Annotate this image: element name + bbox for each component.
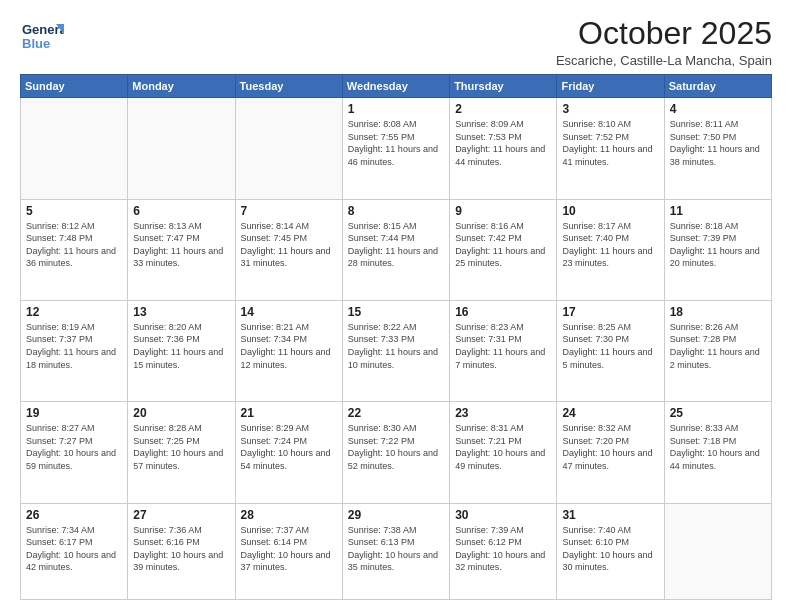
day-number: 28 bbox=[241, 508, 337, 522]
calendar-day-13: 13Sunrise: 8:20 AM Sunset: 7:36 PM Dayli… bbox=[128, 300, 235, 401]
logo: General Blue bbox=[20, 16, 64, 64]
day-info: Sunrise: 8:12 AM Sunset: 7:48 PM Dayligh… bbox=[26, 220, 122, 270]
calendar-day-24: 24Sunrise: 8:32 AM Sunset: 7:20 PM Dayli… bbox=[557, 402, 664, 503]
day-info: Sunrise: 8:14 AM Sunset: 7:45 PM Dayligh… bbox=[241, 220, 337, 270]
day-number: 2 bbox=[455, 102, 551, 116]
day-number: 29 bbox=[348, 508, 444, 522]
calendar-week-1: 5Sunrise: 8:12 AM Sunset: 7:48 PM Daylig… bbox=[21, 199, 772, 300]
day-number: 5 bbox=[26, 204, 122, 218]
calendar-day-22: 22Sunrise: 8:30 AM Sunset: 7:22 PM Dayli… bbox=[342, 402, 449, 503]
day-info: Sunrise: 7:34 AM Sunset: 6:17 PM Dayligh… bbox=[26, 524, 122, 574]
calendar-week-2: 12Sunrise: 8:19 AM Sunset: 7:37 PM Dayli… bbox=[21, 300, 772, 401]
day-info: Sunrise: 8:15 AM Sunset: 7:44 PM Dayligh… bbox=[348, 220, 444, 270]
calendar-day-8: 8Sunrise: 8:15 AM Sunset: 7:44 PM Daylig… bbox=[342, 199, 449, 300]
day-info: Sunrise: 8:17 AM Sunset: 7:40 PM Dayligh… bbox=[562, 220, 658, 270]
calendar-day-19: 19Sunrise: 8:27 AM Sunset: 7:27 PM Dayli… bbox=[21, 402, 128, 503]
calendar-week-0: 1Sunrise: 8:08 AM Sunset: 7:55 PM Daylig… bbox=[21, 98, 772, 199]
day-number: 1 bbox=[348, 102, 444, 116]
day-info: Sunrise: 8:25 AM Sunset: 7:30 PM Dayligh… bbox=[562, 321, 658, 371]
calendar-day-23: 23Sunrise: 8:31 AM Sunset: 7:21 PM Dayli… bbox=[450, 402, 557, 503]
day-number: 30 bbox=[455, 508, 551, 522]
weekday-wednesday: Wednesday bbox=[342, 75, 449, 98]
day-number: 3 bbox=[562, 102, 658, 116]
calendar-day-3: 3Sunrise: 8:10 AM Sunset: 7:52 PM Daylig… bbox=[557, 98, 664, 199]
weekday-thursday: Thursday bbox=[450, 75, 557, 98]
day-number: 24 bbox=[562, 406, 658, 420]
day-number: 12 bbox=[26, 305, 122, 319]
calendar-day-5: 5Sunrise: 8:12 AM Sunset: 7:48 PM Daylig… bbox=[21, 199, 128, 300]
calendar-week-3: 19Sunrise: 8:27 AM Sunset: 7:27 PM Dayli… bbox=[21, 402, 772, 503]
day-info: Sunrise: 8:13 AM Sunset: 7:47 PM Dayligh… bbox=[133, 220, 229, 270]
weekday-sunday: Sunday bbox=[21, 75, 128, 98]
day-info: Sunrise: 8:10 AM Sunset: 7:52 PM Dayligh… bbox=[562, 118, 658, 168]
calendar-empty-cell bbox=[664, 503, 771, 599]
calendar-day-7: 7Sunrise: 8:14 AM Sunset: 7:45 PM Daylig… bbox=[235, 199, 342, 300]
day-info: Sunrise: 7:40 AM Sunset: 6:10 PM Dayligh… bbox=[562, 524, 658, 574]
calendar-table: SundayMondayTuesdayWednesdayThursdayFrid… bbox=[20, 74, 772, 600]
weekday-tuesday: Tuesday bbox=[235, 75, 342, 98]
calendar-day-20: 20Sunrise: 8:28 AM Sunset: 7:25 PM Dayli… bbox=[128, 402, 235, 503]
day-info: Sunrise: 8:33 AM Sunset: 7:18 PM Dayligh… bbox=[670, 422, 766, 472]
calendar-day-30: 30Sunrise: 7:39 AM Sunset: 6:12 PM Dayli… bbox=[450, 503, 557, 599]
day-info: Sunrise: 8:31 AM Sunset: 7:21 PM Dayligh… bbox=[455, 422, 551, 472]
calendar-day-15: 15Sunrise: 8:22 AM Sunset: 7:33 PM Dayli… bbox=[342, 300, 449, 401]
calendar-day-18: 18Sunrise: 8:26 AM Sunset: 7:28 PM Dayli… bbox=[664, 300, 771, 401]
day-number: 21 bbox=[241, 406, 337, 420]
calendar-day-10: 10Sunrise: 8:17 AM Sunset: 7:40 PM Dayli… bbox=[557, 199, 664, 300]
calendar-day-26: 26Sunrise: 7:34 AM Sunset: 6:17 PM Dayli… bbox=[21, 503, 128, 599]
day-number: 20 bbox=[133, 406, 229, 420]
day-info: Sunrise: 8:09 AM Sunset: 7:53 PM Dayligh… bbox=[455, 118, 551, 168]
calendar-day-21: 21Sunrise: 8:29 AM Sunset: 7:24 PM Dayli… bbox=[235, 402, 342, 503]
day-info: Sunrise: 8:29 AM Sunset: 7:24 PM Dayligh… bbox=[241, 422, 337, 472]
day-number: 9 bbox=[455, 204, 551, 218]
calendar-day-16: 16Sunrise: 8:23 AM Sunset: 7:31 PM Dayli… bbox=[450, 300, 557, 401]
calendar-day-14: 14Sunrise: 8:21 AM Sunset: 7:34 PM Dayli… bbox=[235, 300, 342, 401]
day-info: Sunrise: 7:38 AM Sunset: 6:13 PM Dayligh… bbox=[348, 524, 444, 574]
day-info: Sunrise: 8:22 AM Sunset: 7:33 PM Dayligh… bbox=[348, 321, 444, 371]
calendar-day-27: 27Sunrise: 7:36 AM Sunset: 6:16 PM Dayli… bbox=[128, 503, 235, 599]
calendar-day-25: 25Sunrise: 8:33 AM Sunset: 7:18 PM Dayli… bbox=[664, 402, 771, 503]
calendar-week-4: 26Sunrise: 7:34 AM Sunset: 6:17 PM Dayli… bbox=[21, 503, 772, 599]
location-subtitle: Escariche, Castille-La Mancha, Spain bbox=[556, 53, 772, 68]
day-info: Sunrise: 7:37 AM Sunset: 6:14 PM Dayligh… bbox=[241, 524, 337, 574]
weekday-header-row: SundayMondayTuesdayWednesdayThursdayFrid… bbox=[21, 75, 772, 98]
weekday-friday: Friday bbox=[557, 75, 664, 98]
day-info: Sunrise: 8:23 AM Sunset: 7:31 PM Dayligh… bbox=[455, 321, 551, 371]
day-number: 26 bbox=[26, 508, 122, 522]
day-number: 25 bbox=[670, 406, 766, 420]
day-number: 22 bbox=[348, 406, 444, 420]
calendar-day-11: 11Sunrise: 8:18 AM Sunset: 7:39 PM Dayli… bbox=[664, 199, 771, 300]
day-number: 23 bbox=[455, 406, 551, 420]
day-info: Sunrise: 7:36 AM Sunset: 6:16 PM Dayligh… bbox=[133, 524, 229, 574]
day-info: Sunrise: 8:27 AM Sunset: 7:27 PM Dayligh… bbox=[26, 422, 122, 472]
day-info: Sunrise: 8:28 AM Sunset: 7:25 PM Dayligh… bbox=[133, 422, 229, 472]
day-info: Sunrise: 8:16 AM Sunset: 7:42 PM Dayligh… bbox=[455, 220, 551, 270]
day-number: 14 bbox=[241, 305, 337, 319]
calendar-empty-cell bbox=[235, 98, 342, 199]
calendar-day-29: 29Sunrise: 7:38 AM Sunset: 6:13 PM Dayli… bbox=[342, 503, 449, 599]
calendar-day-6: 6Sunrise: 8:13 AM Sunset: 7:47 PM Daylig… bbox=[128, 199, 235, 300]
calendar-empty-cell bbox=[21, 98, 128, 199]
day-info: Sunrise: 8:19 AM Sunset: 7:37 PM Dayligh… bbox=[26, 321, 122, 371]
day-number: 18 bbox=[670, 305, 766, 319]
weekday-monday: Monday bbox=[128, 75, 235, 98]
calendar-day-2: 2Sunrise: 8:09 AM Sunset: 7:53 PM Daylig… bbox=[450, 98, 557, 199]
month-title: October 2025 bbox=[556, 16, 772, 51]
calendar-empty-cell bbox=[128, 98, 235, 199]
calendar-day-12: 12Sunrise: 8:19 AM Sunset: 7:37 PM Dayli… bbox=[21, 300, 128, 401]
day-info: Sunrise: 7:39 AM Sunset: 6:12 PM Dayligh… bbox=[455, 524, 551, 574]
day-info: Sunrise: 8:20 AM Sunset: 7:36 PM Dayligh… bbox=[133, 321, 229, 371]
page: General Blue October 2025 Escariche, Cas… bbox=[0, 0, 792, 612]
calendar-day-4: 4Sunrise: 8:11 AM Sunset: 7:50 PM Daylig… bbox=[664, 98, 771, 199]
calendar-day-17: 17Sunrise: 8:25 AM Sunset: 7:30 PM Dayli… bbox=[557, 300, 664, 401]
day-info: Sunrise: 8:21 AM Sunset: 7:34 PM Dayligh… bbox=[241, 321, 337, 371]
weekday-saturday: Saturday bbox=[664, 75, 771, 98]
day-info: Sunrise: 8:26 AM Sunset: 7:28 PM Dayligh… bbox=[670, 321, 766, 371]
calendar-day-1: 1Sunrise: 8:08 AM Sunset: 7:55 PM Daylig… bbox=[342, 98, 449, 199]
day-number: 27 bbox=[133, 508, 229, 522]
day-number: 31 bbox=[562, 508, 658, 522]
day-number: 15 bbox=[348, 305, 444, 319]
day-info: Sunrise: 8:08 AM Sunset: 7:55 PM Dayligh… bbox=[348, 118, 444, 168]
day-number: 6 bbox=[133, 204, 229, 218]
day-number: 13 bbox=[133, 305, 229, 319]
